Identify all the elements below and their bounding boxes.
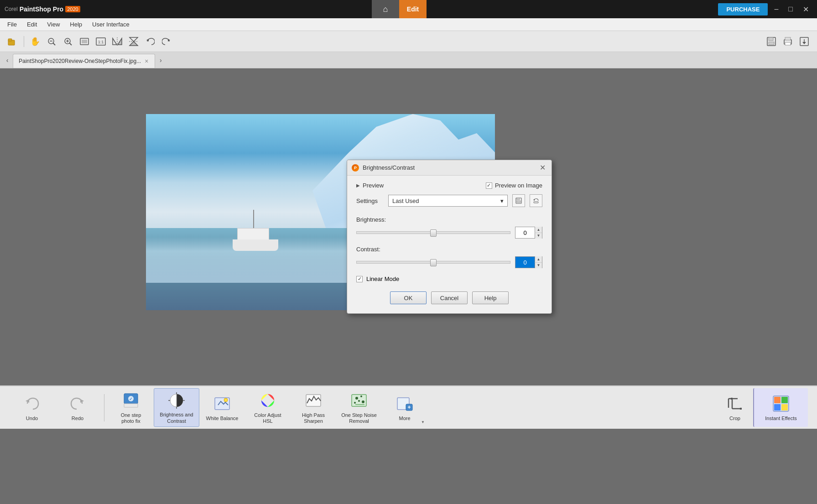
contrast-decrement[interactable]: ▼	[535, 263, 542, 269]
svg-rect-10	[82, 40, 87, 43]
svg-text:1:1: 1:1	[98, 40, 104, 44]
menu-file[interactable]: File	[4, 20, 21, 29]
brightness-slider-row: 0 ▲ ▼	[356, 227, 542, 239]
edit-nav-button[interactable]: Edit	[399, 0, 427, 18]
menu-view[interactable]: View	[43, 20, 63, 29]
menu-user-interface[interactable]: User Interface	[88, 20, 133, 29]
settings-dropdown-value: Last Used	[392, 197, 419, 204]
cancel-button[interactable]: Cancel	[431, 291, 468, 304]
menu-edit[interactable]: Edit	[23, 20, 41, 29]
svg-marker-16	[130, 37, 138, 42]
linear-mode-checkbox[interactable]: ✓	[356, 276, 363, 282]
preview-on-image-label: Preview on Image	[495, 182, 542, 189]
pan-tool-icon[interactable]: ✋	[28, 34, 42, 49]
dialog-buttons: OK Cancel Help	[356, 291, 542, 304]
brightness-spinbox[interactable]: 0 ▲ ▼	[515, 227, 542, 239]
bottom-sep-1	[104, 394, 104, 421]
tab-file[interactable]: PaintShopPro2020Review-OneStepPhotoFix.j…	[13, 54, 155, 68]
dialog-titlebar: P Brightness/Contrast ✕	[347, 160, 552, 176]
white-balance-label: White Balance	[206, 416, 239, 421]
svg-point-55	[358, 400, 360, 402]
svg-line-4	[53, 43, 55, 45]
tab-filename: PaintShopPro2020Review-OneStepPhotoFix.j…	[19, 58, 141, 64]
zoom-out-icon[interactable]	[44, 34, 59, 49]
settings-label: Settings	[356, 197, 384, 204]
svg-rect-65	[740, 408, 742, 410]
toolbar-right	[764, 34, 812, 49]
svg-marker-13	[113, 38, 117, 45]
mirror-h-icon[interactable]	[110, 34, 125, 49]
minimize-button[interactable]: –	[770, 4, 782, 14]
svg-rect-38	[124, 404, 138, 407]
maximize-button[interactable]: □	[785, 4, 796, 14]
white-balance-tool[interactable]: White Balance	[199, 388, 245, 427]
dialog-close-button[interactable]: ✕	[538, 163, 547, 172]
brightness-spin-buttons: ▲ ▼	[535, 227, 542, 239]
brightness-thumb[interactable]	[430, 229, 437, 237]
actual-size-icon[interactable]: 1:1	[94, 34, 108, 49]
save-icon[interactable]	[764, 34, 779, 49]
brightness-decrement[interactable]: ▼	[535, 233, 542, 239]
contrast-slider[interactable]	[356, 261, 510, 264]
brightness-contrast-label: Brightness andContrast	[160, 412, 193, 424]
crop-tool[interactable]: Crop	[717, 388, 753, 427]
canvas-area: P Brightness/Contrast ✕ ▶ Preview ✓ Prev…	[0, 68, 817, 429]
tab-next-arrow[interactable]: ›	[155, 52, 166, 68]
more-tool[interactable]: + More ▼	[382, 388, 427, 427]
instant-effects-tool[interactable]: Instant Effects	[753, 388, 808, 427]
high-pass-label: High PassSharpen	[302, 412, 325, 424]
print-icon[interactable]	[781, 34, 795, 49]
svg-point-52	[360, 395, 362, 397]
titlebar-left: Corel PaintShop Pro 2020	[0, 5, 80, 13]
home-nav-button[interactable]: ⌂	[372, 0, 399, 18]
brightness-input[interactable]: 0	[515, 227, 535, 238]
noise-removal-tool[interactable]: One Step NoiseRemoval	[336, 388, 382, 427]
dialog-logo: P	[352, 164, 359, 171]
menu-help[interactable]: Help	[66, 20, 86, 29]
mirror-v-icon[interactable]	[126, 34, 141, 49]
preview-toggle[interactable]: ▶ Preview	[356, 182, 384, 189]
undo-tool[interactable]: Undo	[9, 388, 55, 427]
reset-settings-button[interactable]	[530, 194, 542, 207]
boat-body	[233, 239, 278, 251]
instant-effects-label: Instant Effects	[765, 416, 797, 421]
contrast-increment[interactable]: ▲	[535, 256, 542, 263]
linear-mode-label: Linear Mode	[366, 275, 399, 282]
logo-corel: Corel	[5, 6, 18, 12]
preview-arrow-icon: ▶	[356, 183, 360, 188]
redo-tool[interactable]: Redo	[55, 388, 100, 427]
brightness-increment[interactable]: ▲	[535, 227, 542, 233]
export-icon[interactable]	[797, 34, 812, 49]
zoom-in-icon[interactable]	[61, 34, 75, 49]
noise-removal-icon	[350, 392, 368, 410]
svg-rect-25	[785, 37, 791, 40]
preview-on-image-checkbox[interactable]: ✓	[486, 182, 492, 189]
contrast-thumb[interactable]	[430, 259, 437, 266]
brightness-section: Brightness: 0 ▲ ▼	[356, 216, 542, 239]
color-adjust-tool[interactable]: Color AdjustHSL	[245, 388, 291, 427]
purchase-button[interactable]: PURCHASE	[718, 3, 768, 16]
one-step-tool[interactable]: ✓ One stepphoto fix	[108, 388, 154, 427]
tab-close-button[interactable]: ×	[145, 57, 148, 65]
toolbar: ✋ 1:1	[0, 31, 817, 52]
contrast-spinbox[interactable]: 0 ▲ ▼	[515, 256, 542, 268]
brightness-contrast-dialog: P Brightness/Contrast ✕ ▶ Preview ✓ Prev…	[347, 160, 552, 314]
high-pass-tool[interactable]: High PassSharpen	[291, 388, 336, 427]
help-button[interactable]: Help	[472, 291, 509, 304]
tab-prev-arrow[interactable]: ‹	[2, 52, 13, 68]
undo-icon[interactable]	[143, 34, 157, 49]
contrast-slider-row: 0 ▲ ▼	[356, 256, 542, 268]
save-settings-button[interactable]	[512, 194, 525, 207]
brightness-contrast-tool[interactable]: Brightness andContrast	[154, 388, 199, 427]
ok-button[interactable]: OK	[390, 291, 427, 304]
open-file-icon[interactable]	[5, 34, 20, 49]
brightness-slider[interactable]	[356, 231, 510, 234]
settings-dropdown[interactable]: Last Used ▾	[388, 195, 508, 207]
redo-icon[interactable]	[159, 34, 174, 49]
contrast-label: Contrast:	[356, 246, 542, 253]
contrast-input[interactable]: 0	[515, 257, 535, 268]
svg-rect-1	[8, 39, 12, 41]
fit-window-icon[interactable]	[77, 34, 92, 49]
color-adjust-label: Color AdjustHSL	[254, 412, 281, 424]
close-button[interactable]: ✕	[799, 4, 812, 15]
